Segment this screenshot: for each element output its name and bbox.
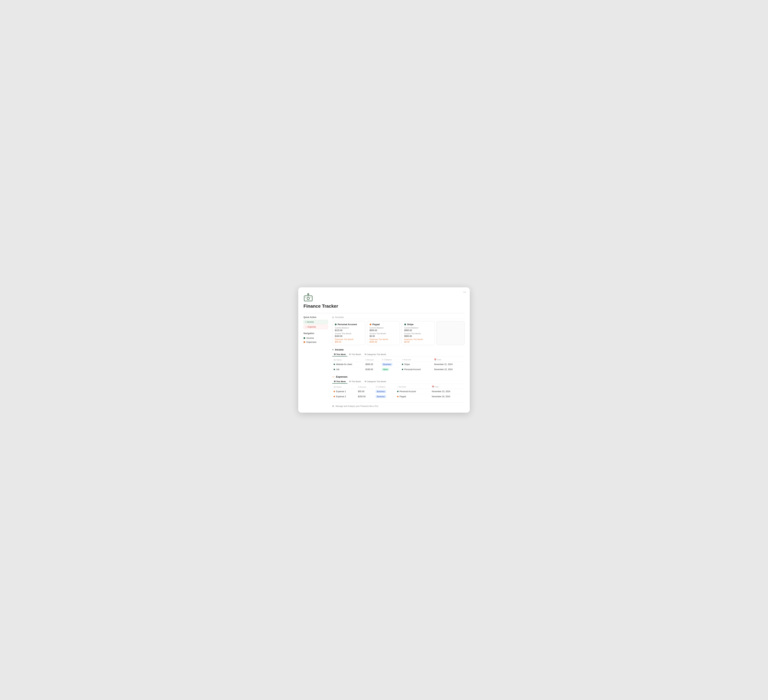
income-row: Website for client $565.00 Business Stri… [332,362,464,367]
personal-balance-value: $125.00 [335,329,363,332]
expenses-section-header: — Expenses [332,376,464,378]
personal-expense-value: $55.00 [335,341,363,343]
personal-income-value: $180.00 [335,335,363,337]
stripe-balance-value: $565.00 [404,329,432,332]
footer-section: ⊞ Manage and Analyze your Finances like … [332,403,464,408]
income-plus-icon: + [332,348,334,351]
quick-action-title: Quick Action [304,316,328,318]
stripe-income-label: Income This Month: [404,332,432,335]
income-row-category: Work [380,367,400,372]
income-col-amount: # Amount [364,358,380,362]
sidebar-income-label: Income [306,337,314,339]
paypal-income-value: $0.00 [370,335,397,337]
sidebar-expenses-label: Expenses [306,341,317,344]
personal-income-label: Income This Month: [335,332,363,335]
expenses-minus-icon: — [332,376,334,378]
stripe-expense-value: $0.00 [404,341,432,343]
accounts-section: ⊞ Accounts Personal Account Current Bala… [332,316,464,345]
income-tab-this-week[interactable]: ⊞ This Week [332,352,347,356]
income-tab-month-icon: ⊞ [349,353,351,355]
paypal-dot [370,324,371,325]
svg-rect-2 [305,297,306,297]
expenses-row-dot [334,391,335,392]
income-row-name: Website for client [332,362,364,367]
income-col-category: ⊙ Category [380,358,400,362]
income-row-dot [334,369,335,370]
expenses-col-amount: # Amount [357,385,374,389]
expenses-row-acct-dot [397,391,398,392]
navigation-section: Navigation Income Expenses [304,332,328,344]
income-row-amount: $180.00 [364,367,380,372]
svg-rect-3 [310,297,311,297]
expenses-col-account: ↗ Account [396,385,430,389]
accounts-grid: Personal Account Current Balance: $125.0… [332,321,464,345]
stripe-dot [404,324,406,325]
expenses-row: Expense 1 $55.00 Business Personal Accou… [332,389,464,394]
content-layout: Quick Action + Income — Expense Navigati… [304,316,464,408]
accounts-icon: ⊞ [332,316,334,318]
sidebar: Quick Action + Income — Expense Navigati… [304,316,328,408]
expenses-row-name: Expense 1 [332,389,357,394]
expenses-row: Expense 2 $250.00 Business Paypal Novemb… [332,394,464,399]
expenses-row-category: Business [374,394,396,399]
minimize-button[interactable]: — [463,290,466,294]
main-divider [304,313,464,313]
income-tab-week-icon: ⊞ [334,353,336,355]
expenses-row-amount: $55.00 [357,389,374,394]
app-logo-icon [304,292,313,302]
income-section-title: Income [335,348,344,351]
income-tab-this-month[interactable]: ⊞ This Month [347,352,363,356]
income-col-name: Aa Name [332,358,364,362]
income-table: Aa Name # Amount ⊙ Category ↗ Account 📅 … [332,358,464,372]
paypal-expense-value: $250.00 [370,341,397,343]
accounts-header: ⊞ Accounts [332,316,464,320]
svg-point-1 [307,297,309,300]
main-content: ⊞ Accounts Personal Account Current Bala… [332,316,464,408]
income-row-acct-dot [402,369,403,370]
expenses-row-account: Personal Account [396,389,430,394]
expenses-tab-month-icon: ⊞ [349,380,351,382]
sidebar-item-income[interactable]: Income [304,336,328,340]
income-tab-categories[interactable]: ⊞ Categories This Month [363,352,388,356]
account-card-stripe: Stripe Current Balance: $565.00 Income T… [402,321,435,345]
footer-icon: ⊞ [332,405,334,408]
expenses-tab-cat-icon: ⊞ [365,380,366,382]
personal-expense-label: Expenses This Month: [335,338,363,340]
income-section-header: + Income [332,348,464,351]
paypal-balance-value: $550.00 [370,329,397,332]
income-row-name: Job [332,367,364,372]
add-expense-button[interactable]: — Expense [304,325,328,329]
expenses-col-date: 📅 Date [430,385,464,389]
account-card-empty [437,321,465,345]
expenses-tab-this-month[interactable]: ⊞ This Month [347,380,363,384]
account-name-personal: Personal Account [335,323,363,326]
expenses-row-category: Business [374,389,396,394]
income-table-section: + Income ⊞ This Week ⊞ This Month ⊞ Cate… [332,348,464,372]
expenses-row-date: November 20, 2024 [430,394,464,399]
personal-account-dot [335,324,336,325]
income-row: Job $180.00 Work Personal Account Novemb… [332,367,464,372]
svg-rect-0 [304,296,312,301]
nav-title: Navigation [304,332,328,335]
income-row-account: Personal Account [400,367,433,372]
expenses-row-dot [334,396,335,397]
paypal-expense-label: Expenses This Month: [370,338,397,340]
expenses-tab-this-week[interactable]: ⊞ This Week [332,380,347,384]
expenses-table-header-row: Aa Name # Amount ⊙ Category ↗ Account 📅 … [332,385,464,389]
app-title: Finance Tracker [304,304,338,309]
expenses-dot-icon [304,341,305,343]
sidebar-item-expenses[interactable]: Expenses [304,340,328,344]
expenses-tab-categories[interactable]: ⊞ Categories This Month [363,380,388,384]
income-row-dot [334,364,335,365]
stripe-expense-label: Expenses This Month: [404,338,432,340]
expenses-col-name: Aa Name [332,385,357,389]
income-row-amount: $565.00 [364,362,380,367]
account-name-stripe: Stripe [404,323,432,326]
add-income-button[interactable]: + Income [304,320,328,324]
expenses-row-name: Expense 2 [332,394,357,399]
footer-text: Manage and Analyze your Finances like a … [336,405,378,408]
personal-balance-label: Current Balance: [335,327,363,329]
account-card-paypal: Paypal Current Balance: $550.00 Income T… [367,321,400,345]
income-row-date: November 21, 2024 [433,362,464,367]
paypal-balance-label: Current Balance: [370,327,397,329]
